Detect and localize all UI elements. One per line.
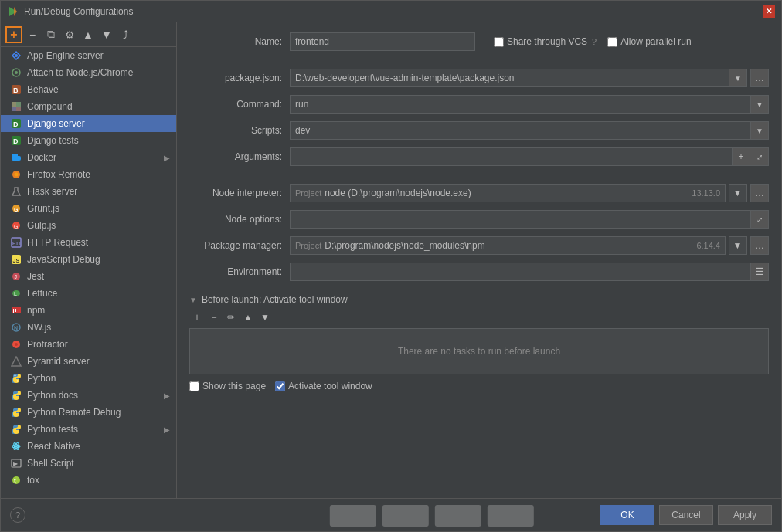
package-manager-dropdown-btn[interactable]: ▼ <box>729 236 747 255</box>
scripts-row: Scripts: dev ▼ <box>189 120 769 141</box>
cancel-button[interactable]: Cancel <box>659 505 713 525</box>
sidebar-label-lettuce: Lettuce <box>27 288 57 299</box>
share-vcs-checkbox[interactable] <box>494 37 504 47</box>
name-label: Name: <box>189 36 290 47</box>
copy-config-button[interactable]: ⧉ <box>42 26 60 43</box>
sidebar-item-shell[interactable]: ▶ Shell Script <box>1 455 176 472</box>
title-bar: Run/Debug Configurations ✕ <box>1 1 781 22</box>
before-launch-up-btn[interactable]: ▲ <box>240 310 256 325</box>
close-button[interactable]: ✕ <box>763 5 775 18</box>
gulp-icon: G <box>10 219 22 232</box>
before-launch-down-btn[interactable]: ▼ <box>257 310 273 325</box>
sidebar-item-gulp[interactable]: G Gulp.js <box>1 217 176 234</box>
attachnode-icon <box>10 66 22 79</box>
scripts-select[interactable]: dev <box>290 121 769 140</box>
sidebar-item-pytest[interactable]: Python tests ▶ <box>1 421 176 438</box>
sidebar-item-grunt[interactable]: G Grunt.js <box>1 200 176 217</box>
python-icon <box>10 372 22 385</box>
sidebar-label-jsdebug: JavaScript Debug <box>27 254 100 265</box>
environment-input[interactable] <box>290 263 769 281</box>
node-interpreter-dropdown-btn[interactable]: ▼ <box>729 184 747 202</box>
share-button[interactable]: ⤴ <box>117 26 134 43</box>
sidebar-item-protractor[interactable]: Protractor <box>1 336 176 353</box>
sidebar-label-npm: npm <box>27 305 45 316</box>
package-manager-value: D:\program\nodejs\node_modules\npm <box>325 240 693 251</box>
show-page-checkbox-label[interactable]: Show this page <box>189 381 266 391</box>
svg-rect-17 <box>12 154 15 157</box>
ok-button[interactable]: OK <box>600 505 654 525</box>
sidebar-label-django: Django server <box>27 118 85 129</box>
package-json-select[interactable]: D:\web-developent\vue-admin-template\pac… <box>290 69 747 87</box>
package-json-browse-button[interactable]: … <box>750 69 769 87</box>
sidebar-item-compound[interactable]: Compound <box>1 98 176 115</box>
sidebar-item-jest[interactable]: J Jest <box>1 268 176 285</box>
show-page-checkbox[interactable] <box>189 381 199 391</box>
django-icon: D <box>10 117 22 130</box>
sidebar-item-jsdebug[interactable]: JS JavaScript Debug <box>1 251 176 268</box>
share-vcs-checkbox-label[interactable]: Share through VCS ? <box>494 36 597 47</box>
sidebar-item-pyremote[interactable]: Python Remote Debug <box>1 404 176 421</box>
sidebar-item-djangotests[interactable]: D Django tests <box>1 132 176 149</box>
arguments-add-button[interactable]: + <box>732 147 750 166</box>
add-config-button[interactable]: + <box>5 26 22 43</box>
name-input[interactable] <box>290 32 475 51</box>
name-row: Name: Share through VCS ? Allow parallel… <box>189 32 769 52</box>
sidebar-label-appengine: App Engine server <box>27 50 104 61</box>
svg-point-3 <box>15 54 18 57</box>
sidebar-item-docker[interactable]: Docker ▶ <box>1 149 176 166</box>
node-options-label: Node options: <box>189 214 290 225</box>
sidebar-item-python[interactable]: Python <box>1 370 176 387</box>
package-manager-label: Package manager: <box>189 240 290 251</box>
help-button[interactable]: ? <box>10 507 26 523</box>
node-interpreter-value: node (D:\program\nodejs\node.exe) <box>325 188 688 198</box>
no-tasks-message: There are no tasks to run before launch <box>398 346 560 357</box>
node-interpreter-browse-btn[interactable]: … <box>750 184 769 202</box>
activate-window-checkbox-label[interactable]: Activate tool window <box>275 381 372 391</box>
svg-point-38 <box>15 343 18 346</box>
up-button[interactable]: ▲ <box>80 26 97 43</box>
sidebar-item-pyramid[interactable]: Pyramid server <box>1 353 176 370</box>
svg-rect-34 <box>13 309 14 313</box>
sidebar-item-nwjs[interactable]: N NW.js <box>1 319 176 336</box>
docker-icon <box>10 151 22 164</box>
docker-arrow-icon: ▶ <box>164 154 170 162</box>
package-json-control: D:\web-developent\vue-admin-template\pac… <box>290 69 769 87</box>
arguments-expand-button[interactable]: ⤢ <box>750 147 769 166</box>
down-button[interactable]: ▼ <box>98 26 115 43</box>
sidebar-item-attachnode[interactable]: Attach to Node.js/Chrome <box>1 64 176 81</box>
lettuce-icon: L <box>10 287 22 300</box>
package-manager-browse-btn[interactable]: … <box>750 236 769 255</box>
sidebar-item-pydocs[interactable]: Python docs ▶ <box>1 387 176 404</box>
sidebar-item-firefox[interactable]: Firefox Remote <box>1 166 176 183</box>
sidebar-label-pyremote: Python Remote Debug <box>27 407 121 418</box>
sidebar-item-tox[interactable]: t tox <box>1 472 176 489</box>
sidebar-item-react[interactable]: React Native <box>1 438 176 455</box>
settings-button[interactable]: ⚙ <box>61 26 78 43</box>
apply-button[interactable]: Apply <box>718 505 772 525</box>
activate-window-checkbox[interactable] <box>275 381 285 391</box>
node-options-input[interactable] <box>290 210 769 229</box>
node-options-expand-btn[interactable]: ⤢ <box>750 210 769 229</box>
package-json-row: package.json: D:\web-developent\vue-admi… <box>189 68 769 88</box>
arguments-input[interactable] <box>290 147 769 166</box>
sidebar-label-python: Python <box>27 373 56 384</box>
arguments-label: Arguments: <box>189 151 290 162</box>
remove-config-button[interactable]: − <box>24 26 41 43</box>
sidebar-item-behave[interactable]: B Behave <box>1 81 176 98</box>
environment-expand-btn[interactable]: ☰ <box>750 263 769 281</box>
sidebar-item-npm[interactable]: npm <box>1 302 176 319</box>
before-launch-edit-btn[interactable]: ✏ <box>223 310 239 325</box>
before-launch-add-btn[interactable]: + <box>189 310 205 325</box>
before-launch-remove-btn[interactable]: − <box>206 310 222 325</box>
command-select[interactable]: run <box>290 95 769 114</box>
sidebar-item-django[interactable]: D Django server <box>1 115 176 132</box>
allow-parallel-checkbox[interactable] <box>607 37 617 47</box>
allow-parallel-checkbox-label[interactable]: Allow parallel run <box>607 36 691 47</box>
http-icon: HTTP <box>10 236 22 249</box>
package-json-label: package.json: <box>189 73 290 83</box>
sidebar-item-lettuce[interactable]: L Lettuce <box>1 285 176 302</box>
sidebar-item-http[interactable]: HTTP HTTP Request <box>1 234 176 251</box>
sidebar-item-flask[interactable]: Flask server <box>1 183 176 200</box>
before-launch-collapse-icon[interactable]: ▼ <box>189 296 197 304</box>
sidebar-item-appengine[interactable]: App Engine server <box>1 47 176 64</box>
